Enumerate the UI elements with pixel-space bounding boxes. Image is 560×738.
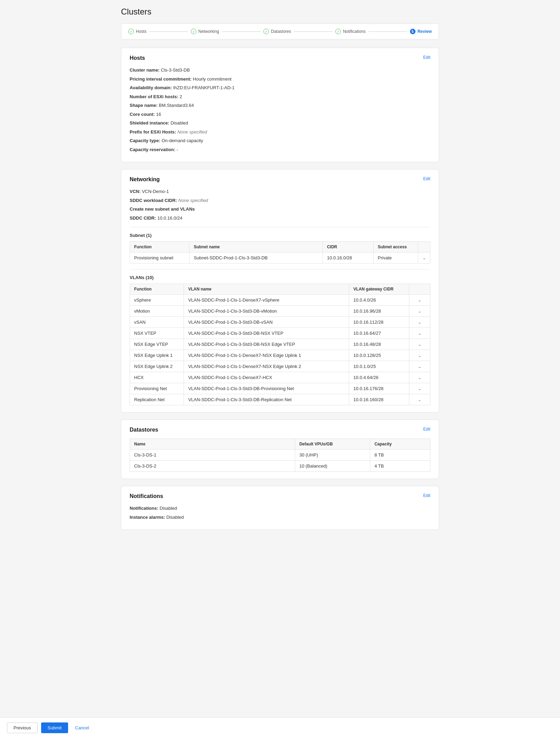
- hosts-edit-link[interactable]: Edit: [423, 55, 430, 60]
- notifications-step-icon: ✓: [335, 29, 341, 34]
- datastores-edit-link[interactable]: Edit: [423, 427, 430, 432]
- table-row: NSX Edge Uplink 2 VLAN-SDDC-Prod-1-Cls-1…: [130, 361, 430, 372]
- table-row: NSX Edge VTEP VLAN-SDDC-Prod-1-Cls-3-Std…: [130, 339, 430, 350]
- subnet-row-expand[interactable]: ⌄: [418, 252, 430, 264]
- chevron-down-icon: ⌄: [418, 375, 421, 380]
- vlan-row-function-1: vMotion: [130, 306, 184, 317]
- networking-detail-create-subnet: Create new subnet and VLANs: [130, 206, 430, 213]
- vlan-col-name: VLAN name: [184, 284, 349, 295]
- vlan-row-name-8: VLAN-SDDC-Prod-1-Cls-3-Std3-DB-Provision…: [184, 383, 349, 394]
- step-connector-2: [222, 31, 261, 32]
- hosts-detail-pricing: Pricing interval commitment: Hourly comm…: [130, 76, 430, 83]
- networking-step-label: Networking: [198, 29, 219, 34]
- networking-detail-sddc-cidr: SDDC CIDR: 10.0.16.0/24: [130, 215, 430, 222]
- table-row: vMotion VLAN-SDDC-Prod-1-Cls-3-Std3-DB-v…: [130, 306, 430, 317]
- wizard-step-datastores[interactable]: ✓ Datastores: [263, 29, 291, 34]
- subnet-table-section: Subnet (1) Function Subnet name CIDR Sub…: [130, 233, 430, 264]
- networking-edit-link[interactable]: Edit: [423, 176, 430, 181]
- hosts-section-title: Hosts: [130, 55, 145, 61]
- wizard-step-networking[interactable]: ✓ Networking: [191, 29, 219, 34]
- subnet-row-cidr: 10.0.16.0/28: [323, 252, 373, 264]
- subnet-row-name: Subnet-SDDC-Prod-1-Cls-3-Std3-DB: [189, 252, 323, 264]
- hosts-detail-cluster-name: Cluster name: Cls-3-Std3-DB: [130, 67, 430, 74]
- vlan-row-function-3: NSX VTEP: [130, 328, 184, 339]
- subnet-col-function: Function: [130, 242, 189, 252]
- chevron-down-icon: ⌄: [418, 342, 421, 347]
- vlan-row-function-8: Provisioning Net: [130, 383, 184, 394]
- wizard-step-notifications[interactable]: ✓ Notifications: [335, 29, 365, 34]
- review-step-icon: 5: [410, 29, 416, 34]
- step-connector-3: [294, 31, 333, 32]
- vlan-row-expand-1[interactable]: ⌄: [409, 306, 430, 317]
- networking-section-header: Networking Edit: [130, 176, 430, 183]
- vlan-row-function-6: NSX Edge Uplink 2: [130, 361, 184, 372]
- notifications-detail-notifications: Notifications: Disabled: [130, 505, 430, 512]
- notifications-edit-link[interactable]: Edit: [423, 493, 430, 498]
- vlan-row-cidr-0: 10.0.4.0/26: [349, 295, 409, 306]
- hosts-step-label: Hosts: [136, 29, 147, 34]
- vlan-row-expand-9[interactable]: ⌄: [409, 394, 430, 405]
- vlan-row-expand-7[interactable]: ⌄: [409, 372, 430, 383]
- subnet-row-function: Provisioning subnet: [130, 252, 189, 264]
- vlan-row-name-1: VLAN-SDDC-Prod-1-Cls-3-Std3-DB-vMotion: [184, 306, 349, 317]
- subnet-col-cidr: CIDR: [323, 242, 373, 252]
- datastores-step-label: Datastores: [271, 29, 291, 34]
- vlan-table-section: VLANs (10) Function VLAN name VLAN gatew…: [130, 275, 430, 405]
- chevron-down-icon: ⌄: [418, 331, 421, 336]
- subnet-table-header-row: Function Subnet name CIDR Subnet access: [130, 242, 430, 252]
- networking-divider-2: [130, 269, 430, 269]
- chevron-down-icon: ⌄: [418, 309, 421, 314]
- networking-step-icon: ✓: [191, 29, 196, 34]
- table-row: Provisioning subnet Subnet-SDDC-Prod-1-C…: [130, 252, 430, 264]
- vlan-row-expand-0[interactable]: ⌄: [409, 295, 430, 306]
- vlan-table: Function VLAN name VLAN gateway CIDR vSp…: [130, 284, 430, 405]
- vlan-row-cidr-7: 10.0.4.64/26: [349, 372, 409, 383]
- ds-col-capacity: Capacity: [370, 439, 430, 450]
- table-row: NSX Edge Uplink 1 VLAN-SDDC-Prod-1-Cls-1…: [130, 350, 430, 361]
- hosts-detail-shielded: Shielded instance: Disabled: [130, 120, 430, 127]
- chevron-down-icon: ⌄: [418, 386, 421, 391]
- vlan-table-header-row: Function VLAN name VLAN gateway CIDR: [130, 284, 430, 295]
- vlan-row-expand-2[interactable]: ⌄: [409, 317, 430, 328]
- hosts-section: Hosts Edit Cluster name: Cls-3-Std3-DB P…: [121, 48, 439, 162]
- vlan-row-cidr-3: 10.0.16.64/27: [349, 328, 409, 339]
- vlan-row-function-5: NSX Edge Uplink 1: [130, 350, 184, 361]
- vlan-row-expand-3[interactable]: ⌄: [409, 328, 430, 339]
- step-connector-1: [149, 31, 188, 32]
- datastores-section-title: Datastores: [130, 427, 158, 433]
- vlan-row-function-4: NSX Edge VTEP: [130, 339, 184, 350]
- vlan-subtitle: VLANs (10): [130, 275, 430, 280]
- vlan-col-expand: [409, 284, 430, 295]
- step-connector-4: [368, 31, 407, 32]
- hosts-detail-core-count: Core count: 16: [130, 111, 430, 118]
- vlan-row-expand-5[interactable]: ⌄: [409, 350, 430, 361]
- ds-row-capacity-1: 4 TB: [370, 461, 430, 472]
- wizard-steps: ✓ Hosts ✓ Networking ✓ Datastores ✓ Noti…: [121, 24, 439, 39]
- subnet-table: Function Subnet name CIDR Subnet access …: [130, 241, 430, 264]
- networking-detail-vcn: VCN: VCN-Demo-1: [130, 188, 430, 195]
- vlan-row-expand-8[interactable]: ⌄: [409, 383, 430, 394]
- page-title: Clusters: [121, 7, 439, 17]
- wizard-step-review[interactable]: 5 Review: [410, 29, 432, 34]
- networking-section: Networking Edit VCN: VCN-Demo-1 SDDC wor…: [121, 169, 439, 413]
- wizard-step-hosts[interactable]: ✓ Hosts: [128, 29, 147, 34]
- networking-section-title: Networking: [130, 176, 160, 183]
- chevron-down-icon: ⌄: [418, 320, 421, 325]
- vlan-row-name-4: VLAN-SDDC-Prod-1-Cls-3-Std3-DB-NSX Edge …: [184, 339, 349, 350]
- vlan-row-name-5: VLAN-SDDC-Prod-1-Cls-1-DenseX7-NSX Edge …: [184, 350, 349, 361]
- ds-row-capacity-0: 8 TB: [370, 450, 430, 461]
- hosts-section-header: Hosts Edit: [130, 55, 430, 61]
- vlan-row-cidr-4: 10.0.16.48/28: [349, 339, 409, 350]
- networking-detail-workload-cidr: SDDC workload CIDR: None specified: [130, 197, 430, 204]
- vlan-row-expand-4[interactable]: ⌄: [409, 339, 430, 350]
- hosts-detail-num-hosts: Number of ESXi hosts: 2: [130, 93, 430, 100]
- review-step-label: Review: [418, 29, 432, 34]
- vlan-row-expand-6[interactable]: ⌄: [409, 361, 430, 372]
- notifications-section-header: Notifications Edit: [130, 493, 430, 499]
- vlan-row-cidr-9: 10.0.16.160/28: [349, 394, 409, 405]
- vlan-row-name-6: VLAN-SDDC-Prod-1-Cls-1-DenseX7-NSX Edge …: [184, 361, 349, 372]
- chevron-down-icon: ⌄: [422, 256, 426, 260]
- datastores-header-row: Name Default VPUs/GB Capacity: [130, 439, 430, 450]
- subnet-subtitle: Subnet (1): [130, 233, 430, 238]
- table-row: Cls-3-DS-1 30 (UHP) 8 TB: [130, 450, 430, 461]
